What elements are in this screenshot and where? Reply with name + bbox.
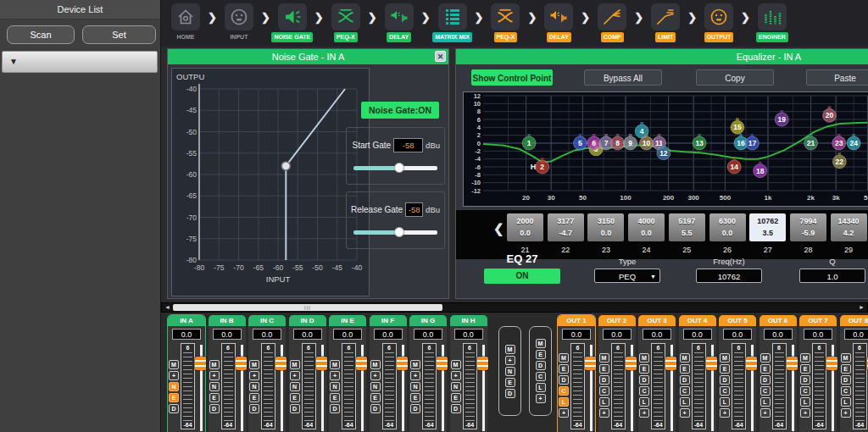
- channel-button-l[interactable]: L: [599, 397, 609, 407]
- channel-button-d[interactable]: D: [599, 375, 609, 385]
- channel-button-l[interactable]: L: [680, 397, 690, 407]
- channel-button-d[interactable]: D: [760, 375, 771, 385]
- channel-button-e[interactable]: E: [559, 364, 569, 374]
- toolbar-item-home[interactable]: HOME: [166, 3, 205, 42]
- channel-button-d[interactable]: D: [330, 404, 340, 413]
- channel-button-e[interactable]: E: [169, 393, 179, 402]
- channel-button-c[interactable]: C: [599, 386, 609, 396]
- channel-button-d[interactable]: D: [720, 375, 730, 385]
- toolbar-item-matrix-mix[interactable]: MATRIX MIX: [433, 3, 472, 42]
- channel-button-m[interactable]: M: [169, 360, 179, 369]
- channel-button-d[interactable]: D: [410, 404, 420, 413]
- channel-button-n[interactable]: N: [410, 382, 420, 391]
- show-control-point-button[interactable]: Show Control Point: [471, 69, 553, 86]
- channel-button-n[interactable]: N: [370, 382, 381, 391]
- fader-handle[interactable]: [826, 357, 837, 370]
- fader-handle[interactable]: [397, 357, 408, 370]
- channel-button-d[interactable]: D: [680, 375, 690, 385]
- eq-band-cell-29[interactable]: 143404.2: [831, 213, 867, 241]
- fader-handle[interactable]: [665, 357, 676, 370]
- channel-button-plus[interactable]: +: [559, 408, 569, 418]
- channel-button-plus[interactable]: +: [249, 371, 259, 380]
- channel-gain-display[interactable]: 0.0: [454, 329, 483, 340]
- channel-gain-display[interactable]: 0.0: [172, 329, 201, 340]
- fader-handle[interactable]: [787, 357, 798, 370]
- fader-handle[interactable]: [356, 357, 367, 370]
- channel-button-c[interactable]: C: [800, 386, 810, 396]
- channel-gain-display[interactable]: 0.0: [374, 329, 403, 340]
- channel-gain-display[interactable]: 0.0: [723, 329, 752, 340]
- channel-button-m[interactable]: M: [720, 353, 730, 363]
- set-button[interactable]: Set: [82, 25, 156, 44]
- gate-threshold-handle[interactable]: [281, 162, 290, 170]
- q-input[interactable]: 1.0: [799, 269, 865, 283]
- fader-handle[interactable]: [746, 357, 757, 370]
- eq-band-cell-28[interactable]: 7994-5.9: [790, 213, 826, 241]
- scrollbar-thumb[interactable]: |||: [173, 304, 442, 311]
- channel-button-l[interactable]: L: [800, 397, 810, 407]
- channel-tab-in-e[interactable]: IN E: [329, 315, 366, 326]
- channel-button-d[interactable]: D: [169, 404, 179, 413]
- noise-gate-on-button[interactable]: Noise Gate:ON: [361, 102, 439, 119]
- channel-gain-display[interactable]: 0.0: [683, 329, 712, 340]
- channel-gain-display[interactable]: 0.0: [603, 329, 632, 340]
- channel-button-e[interactable]: E: [410, 393, 420, 402]
- fader-handle[interactable]: [316, 357, 327, 370]
- fader-handle[interactable]: [275, 357, 287, 370]
- channel-button-n[interactable]: N: [330, 382, 340, 391]
- eq-band-cell-25[interactable]: 51975.5: [669, 213, 705, 241]
- channel-button-c[interactable]: C: [760, 386, 771, 396]
- channel-tab-out-3[interactable]: OUT 3: [638, 315, 676, 326]
- channel-tab-in-f[interactable]: IN F: [370, 315, 407, 326]
- channel-button-plus[interactable]: +: [800, 408, 810, 418]
- channel-button-n[interactable]: N: [209, 382, 220, 391]
- slider-thumb[interactable]: [394, 227, 404, 237]
- channel-button-n[interactable]: N: [249, 382, 259, 391]
- toolbar-item-peq-x-in[interactable]: PEQ-X: [326, 3, 365, 42]
- channel-button-e[interactable]: E: [841, 364, 851, 374]
- eq-band-cell-24[interactable]: 40000.0: [628, 213, 665, 241]
- fader-handle[interactable]: [706, 357, 717, 370]
- channel-button-plus[interactable]: +: [370, 371, 381, 380]
- channel-gain-display[interactable]: 0.0: [253, 329, 281, 340]
- toolbar-item-delay-in[interactable]: DELAY: [380, 3, 419, 42]
- toolbar-item-limit[interactable]: LIMIT: [646, 3, 685, 42]
- channel-button-d[interactable]: D: [639, 375, 649, 385]
- channel-tab-in-c[interactable]: IN C: [248, 315, 286, 326]
- channel-button-plus[interactable]: +: [169, 371, 179, 380]
- channel-button-e[interactable]: E: [451, 393, 461, 402]
- channel-button-m[interactable]: M: [760, 353, 771, 363]
- master-button-m[interactable]: M: [505, 345, 515, 354]
- channel-button-m[interactable]: M: [249, 360, 259, 369]
- channel-tab-in-h[interactable]: IN H: [450, 315, 487, 326]
- toolbar-item-input[interactable]: INPUT: [220, 3, 259, 42]
- gate-param-value-input[interactable]: -58: [405, 202, 423, 217]
- toolbar-item-comp[interactable]: COMP: [593, 3, 632, 42]
- channel-gain-display[interactable]: 0.0: [414, 329, 442, 340]
- channel-gain-display[interactable]: 0.0: [562, 329, 591, 340]
- channel-button-d[interactable]: D: [451, 404, 461, 413]
- master-button-d[interactable]: D: [536, 361, 546, 370]
- channel-button-c[interactable]: C: [680, 386, 690, 396]
- channel-button-plus[interactable]: +: [410, 371, 420, 380]
- master-button-plus[interactable]: +: [536, 394, 546, 403]
- channel-tab-out-6[interactable]: OUT 6: [760, 315, 797, 326]
- close-icon[interactable]: ✕: [435, 51, 446, 62]
- eq-band-cell-22[interactable]: 3177-4.7: [548, 213, 584, 241]
- scan-button[interactable]: Scan: [7, 25, 75, 44]
- master-button-l[interactable]: L: [536, 383, 546, 392]
- channel-button-e[interactable]: E: [290, 393, 300, 402]
- channel-button-e[interactable]: E: [370, 393, 381, 402]
- eq-band-cell-23[interactable]: 31500.0: [587, 213, 624, 241]
- channel-gain-display[interactable]: 0.0: [804, 329, 832, 340]
- scroll-left-icon[interactable]: ◄: [163, 303, 172, 312]
- bypass-all-button[interactable]: Bypass All: [584, 69, 662, 86]
- channel-button-m[interactable]: M: [800, 353, 810, 363]
- master-button-d[interactable]: D: [505, 389, 515, 398]
- toolbar-item-peq-x-out[interactable]: PEQ-X: [486, 3, 525, 42]
- channel-button-l[interactable]: L: [760, 397, 771, 407]
- channel-tab-out-5[interactable]: OUT 5: [719, 315, 756, 326]
- channel-gain-display[interactable]: 0.0: [764, 329, 793, 340]
- channel-button-d[interactable]: D: [800, 375, 810, 385]
- slider-thumb[interactable]: [394, 163, 404, 173]
